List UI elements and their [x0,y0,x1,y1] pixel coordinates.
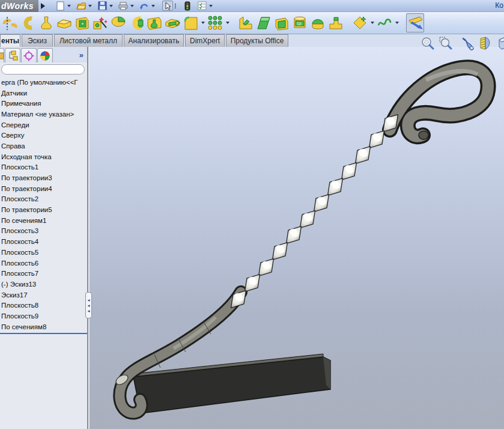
headsup-view-toolbar [421,36,504,50]
poker-handle-loop[interactable] [390,67,488,139]
tree-item-sketch17[interactable]: Эскиз17 [0,290,87,300]
print-dropdown-icon[interactable] [130,5,134,7]
tree-item-loft1[interactable]: По сечениям1 [0,215,87,226]
tree-item-loft8[interactable]: По сечениям8 [0,321,87,332]
reference-geometry-dropdown-icon[interactable] [371,22,374,24]
tree-item-plane7[interactable]: Плоскость7 [0,268,87,279]
tree-item-material[interactable]: Материал <не указан> [0,109,87,120]
save-dropdown-icon[interactable] [109,5,113,7]
tab-dimxpert[interactable]: DimXpert [185,34,225,47]
previous-view-icon[interactable] [460,36,475,50]
rebuild-traffic-light-icon[interactable] [182,1,193,11]
tree-item-plane1[interactable]: Плоскость1 [0,162,87,173]
undo-dropdown-icon[interactable] [151,5,155,7]
print-icon[interactable] [118,1,129,11]
zoom-to-area-icon[interactable] [439,36,453,50]
dimxpertmanager-tab-icon[interactable] [21,48,37,62]
curves-dropdown-icon[interactable] [395,22,399,24]
draft-icon[interactable] [255,13,273,32]
new-dropdown-icon[interactable] [67,5,71,7]
graphics-viewport[interactable] [90,47,504,429]
open-dropdown-icon[interactable] [88,5,92,7]
tree-item-origin[interactable]: Исходная точка [0,151,87,162]
swept-cut-icon[interactable] [127,13,145,32]
featuremanager-tab-strip: » [0,47,87,62]
title-bar: dWorks Ко [0,0,504,12]
tree-item-annotations[interactable]: Примечания [0,98,87,109]
rollback-bar[interactable] [0,333,87,334]
lofted-boss-icon[interactable] [37,13,55,32]
document-title-fragment: Ко [495,1,503,10]
zoom-to-fit-icon[interactable] [421,36,435,50]
linear-pattern-icon[interactable] [206,13,224,32]
options-checklist-icon[interactable] [196,1,207,11]
tree-item-plane2[interactable]: Плоскость2 [0,194,87,205]
new-file-icon[interactable] [55,1,65,11]
rib-icon[interactable] [237,13,255,32]
select-dropdown-icon[interactable] [175,3,176,9]
logo-text: dWorks [1,1,34,11]
open-icon[interactable] [76,1,87,11]
reference-geometry-icon[interactable] [351,13,369,32]
tree-item-sketch13[interactable]: (-) Эскиз13 [0,279,87,290]
curves-icon[interactable] [375,13,393,32]
configurationmanager-tab-icon[interactable] [5,48,20,62]
freeform-icon[interactable] [327,13,345,32]
view-orientation-icon[interactable] [496,36,504,50]
tree-item-plane5[interactable]: Плоскость5 [0,247,87,258]
pattern-dropdown-icon[interactable] [226,22,229,24]
section-view-icon[interactable] [478,36,493,50]
options-dropdown-icon[interactable] [209,5,213,7]
solidworks-window: dWorks Ко [0,0,504,429]
tree-item-sweep3[interactable]: По траектории3 [0,172,87,183]
tree-item-plane4[interactable]: Плоскость4 [0,236,87,247]
boundary-cut-icon[interactable] [163,13,181,32]
tree-item-sensors[interactable]: Датчики [0,88,87,99]
3d-model-poker[interactable] [90,47,504,429]
revolved-cut-icon[interactable] [109,13,127,32]
panel-overflow-chevron[interactable]: » [79,50,83,59]
wrap-icon[interactable]: GI [291,13,309,32]
features-toolbar: GI [0,12,504,34]
tab-office-products[interactable]: Продукты Office [226,34,288,47]
boundary-boss-icon[interactable] [55,13,73,32]
lofted-cut-icon[interactable] [145,13,163,32]
feature-tree: ерга (По умолчанию<<Г Датчики Примечания… [0,77,87,334]
tree-item-part-name[interactable]: ерга (По умолчанию<<Г [0,77,87,88]
displaymanager-tab-icon[interactable] [37,48,53,62]
extruded-cut-icon[interactable] [73,13,91,32]
swept-boss-icon[interactable] [19,13,37,32]
tab-features[interactable]: енты [0,34,20,47]
poker-blade[interactable] [133,354,330,413]
featuremanager-tab-icon[interactable] [0,48,4,62]
tree-item-plane9[interactable]: Плоскость9 [0,311,87,321]
fillet-icon[interactable] [181,13,199,32]
tree-item-sweep5[interactable]: По траектории5 [0,204,87,215]
solidworks-logo: dWorks [0,0,38,12]
svg-text:GI: GI [297,22,301,26]
tab-sketch[interactable]: Эскиз [22,34,53,47]
tab-sheet-metal[interactable]: Листовой металл [54,34,123,47]
tab-evaluate[interactable]: Анализировать [124,34,184,47]
undo-icon[interactable] [139,1,150,11]
menu-expand-icon[interactable] [41,3,45,9]
dome-icon[interactable] [309,13,327,32]
save-icon[interactable] [97,1,108,11]
tree-item-plane6[interactable]: Плоскость6 [0,258,87,269]
tree-item-front-plane[interactable]: Спереди [0,120,87,130]
fillet-dropdown-icon[interactable] [201,22,205,24]
panel-collapse-handle[interactable]: ◂ ◂ ◂ [85,292,92,318]
instant3d-icon[interactable] [406,13,424,32]
hole-wizard-icon[interactable] [91,13,109,32]
featuremanager-panel: » ерга (По умолчанию<<Г Датчики Примечан… [0,47,88,429]
select-cursor-icon[interactable] [162,1,173,11]
tree-item-right-plane[interactable]: Справа [0,141,87,151]
poker-twisted-shaft[interactable] [225,110,403,312]
tree-item-plane8[interactable]: Плоскость8 [0,300,87,311]
tree-item-plane3[interactable]: Плоскость3 [0,226,87,237]
featuremanager-filter-input[interactable] [1,64,85,75]
shell-icon[interactable] [273,13,291,32]
tree-item-top-plane[interactable]: Сверху [0,130,87,141]
tree-item-sweep4[interactable]: По траектории4 [0,183,87,194]
revolved-boss-icon[interactable] [1,13,19,32]
